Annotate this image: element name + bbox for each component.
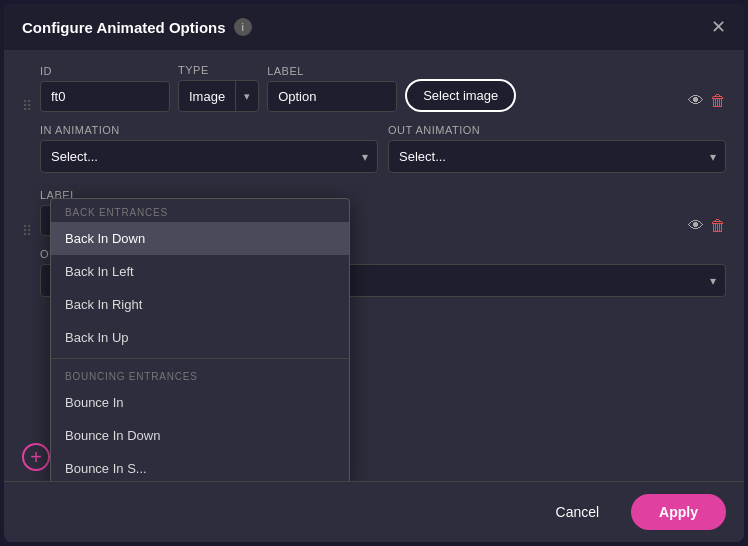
dropdown-item-back-in-up[interactable]: Back In Up xyxy=(51,321,349,354)
label-input-1[interactable] xyxy=(267,81,397,112)
row-fields-1: ID Type Image ▾ xyxy=(40,64,516,112)
modal-footer: Cancel Apply xyxy=(4,481,744,542)
in-animation-label: In Animation xyxy=(40,124,378,136)
label-label-1: Label xyxy=(267,65,397,77)
in-animation-dropdown-wrapper: Select... xyxy=(40,140,378,173)
in-animation-group: In Animation Select... xyxy=(40,124,378,173)
dropdown-item-back-in-right[interactable]: Back In Right xyxy=(51,288,349,321)
add-row-button[interactable]: + xyxy=(22,443,50,471)
modal-body: ⠿ ID Type Image xyxy=(4,50,744,481)
configure-modal: Configure Animated Options i ✕ ⠿ ID xyxy=(4,4,744,542)
close-button[interactable]: ✕ xyxy=(711,18,726,36)
modal-header: Configure Animated Options i ✕ xyxy=(4,4,744,50)
id-label: ID xyxy=(40,65,170,77)
modal-title: Configure Animated Options xyxy=(22,19,226,36)
in-animation-select[interactable]: Select... xyxy=(40,140,378,173)
select-image-button-1[interactable]: Select image xyxy=(405,79,516,112)
row-top-area-1: ID Type Image ▾ xyxy=(40,64,726,120)
row-item-1: ⠿ ID Type Image xyxy=(22,64,726,173)
dropdown-item-back-in-down[interactable]: Back In Down xyxy=(51,222,349,255)
type-label: Type xyxy=(178,64,259,76)
header-left: Configure Animated Options i xyxy=(22,18,252,36)
section-label-bouncing: BOUNCING ENTRANCES xyxy=(51,363,349,386)
out-animation-select-1[interactable]: Select... xyxy=(388,140,726,173)
eye-icon-2[interactable]: 👁 xyxy=(688,217,704,235)
row-animations-1: In Animation Select... Out Animation xyxy=(40,124,726,173)
drag-handle-1[interactable]: ⠿ xyxy=(22,98,32,114)
dropdown-item-bounce-in-s[interactable]: Bounce In S... xyxy=(51,452,349,481)
type-select-text: Image xyxy=(179,82,235,111)
dropdown-divider-1 xyxy=(51,358,349,359)
row-content-1: ID Type Image ▾ xyxy=(40,64,726,173)
row-actions-1: 👁 🗑 xyxy=(688,92,726,110)
id-input[interactable] xyxy=(40,81,170,112)
apply-button[interactable]: Apply xyxy=(631,494,726,530)
type-field-group: Type Image ▾ xyxy=(178,64,259,112)
out-animation-label-1: Out Animation xyxy=(388,124,726,136)
cancel-button[interactable]: Cancel xyxy=(534,494,622,530)
row-actions-2: 👁 🗑 xyxy=(688,217,726,235)
out-animation-group-1: Out Animation Select... xyxy=(388,124,726,173)
out-animation-dropdown-wrapper-1: Select... xyxy=(388,140,726,173)
eye-icon-1[interactable]: 👁 xyxy=(688,92,704,110)
info-badge[interactable]: i xyxy=(234,18,252,36)
trash-icon-2[interactable]: 🗑 xyxy=(710,217,726,235)
label-field-group-1: Label xyxy=(267,65,397,112)
drag-handle-2[interactable]: ⠿ xyxy=(22,223,32,239)
dropdown-item-bounce-in[interactable]: Bounce In xyxy=(51,386,349,419)
type-arrow-icon[interactable]: ▾ xyxy=(236,83,258,110)
id-field-group: ID xyxy=(40,65,170,112)
dropdown-item-bounce-in-down[interactable]: Bounce In Down xyxy=(51,419,349,452)
section-label-back: BACK ENTRANCES xyxy=(51,199,349,222)
trash-icon-1[interactable]: 🗑 xyxy=(710,92,726,110)
dropdown-item-back-in-left[interactable]: Back In Left xyxy=(51,255,349,288)
in-animation-dropdown-overlay: BACK ENTRANCES Back In Down Back In Left… xyxy=(50,198,350,481)
type-select-wrapper: Image ▾ xyxy=(178,80,259,112)
